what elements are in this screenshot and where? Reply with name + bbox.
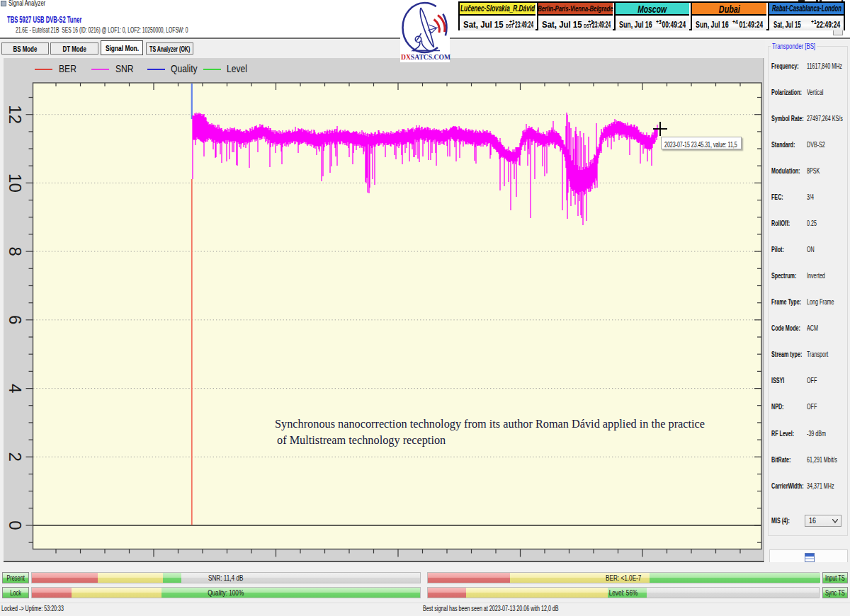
svg-text:0: 0 [6,520,25,530]
svg-text:8: 8 [6,246,25,256]
svg-text:4: 4 [6,384,25,393]
svg-text:12: 12 [6,105,25,124]
svg-text:2: 2 [6,452,25,462]
svg-text:10: 10 [6,173,25,193]
svg-text:6: 6 [6,315,25,324]
